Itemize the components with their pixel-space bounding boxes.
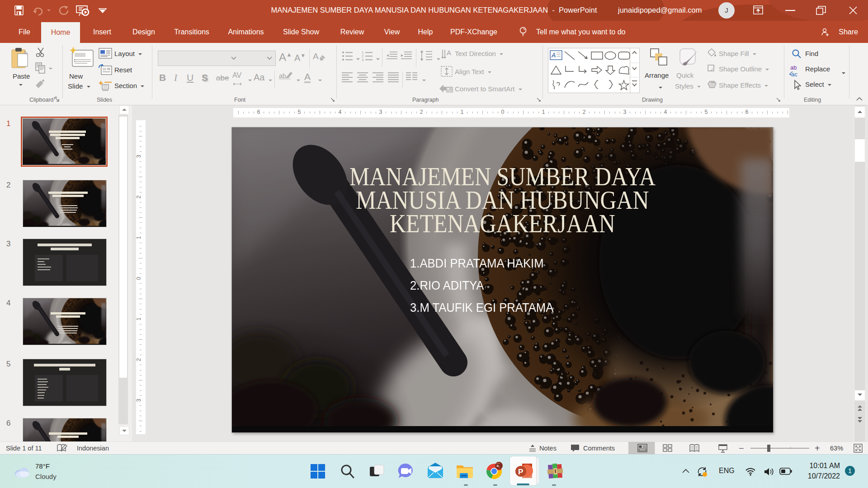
svg-text:P: P [518,468,523,476]
